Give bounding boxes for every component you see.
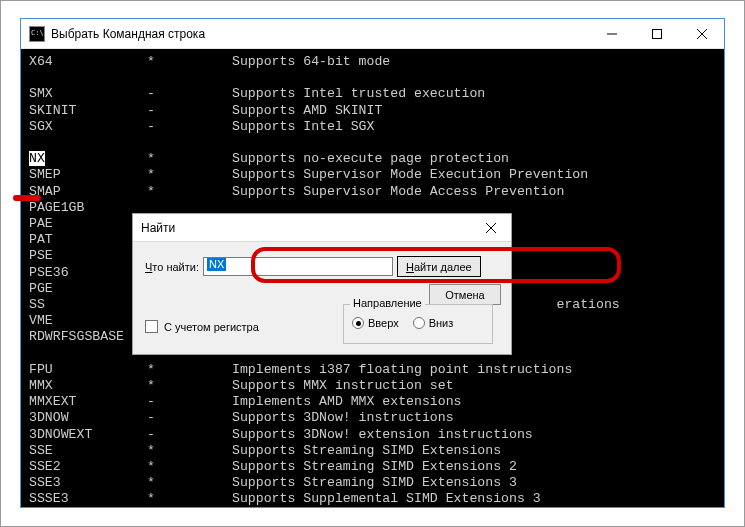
find-close-button[interactable] bbox=[471, 214, 511, 241]
console-row: SSE*Supports Streaming SIMD Extensions bbox=[29, 443, 716, 459]
console-row: NX*Supports no-execute page protection bbox=[29, 151, 716, 167]
match-case-row[interactable]: С учетом регистра bbox=[145, 320, 259, 333]
console-row: 3DNOWEXT-Supports 3DNow! extension instr… bbox=[29, 427, 716, 443]
console-row bbox=[29, 135, 716, 151]
match-case-checkbox[interactable] bbox=[145, 320, 158, 333]
console-row: SGX-Supports Intel SGX bbox=[29, 119, 716, 135]
cancel-button[interactable]: Отмена bbox=[429, 284, 501, 305]
console-row: MMXEXT-Implements AMD MMX extensions bbox=[29, 394, 716, 410]
find-dialog: Найти Что найти: NX Найти далее Отмена С… bbox=[132, 213, 512, 355]
console-row: SSE2*Supports Streaming SIMD Extensions … bbox=[29, 459, 716, 475]
match-case-label: С учетом регистра bbox=[164, 321, 259, 333]
console-row: SSE3*Supports Streaming SIMD Extensions … bbox=[29, 475, 716, 491]
close-button[interactable] bbox=[679, 19, 724, 48]
console-row: MMX*Supports MMX instruction set bbox=[29, 378, 716, 394]
console-row: SSSE3*Supports Supplemental SIMD Extensi… bbox=[29, 491, 716, 507]
console-row bbox=[29, 70, 716, 86]
maximize-button[interactable] bbox=[634, 19, 679, 48]
console-row: FPU*Implements i387 floating point instr… bbox=[29, 362, 716, 378]
window-title: Выбрать Командная строка bbox=[51, 27, 589, 41]
console-row: SKINIT-Supports AMD SKINIT bbox=[29, 103, 716, 119]
console-row: SMX-Supports Intel trusted execution bbox=[29, 86, 716, 102]
console-row: SMAP*Supports Supervisor Mode Access Pre… bbox=[29, 184, 716, 200]
radio-up[interactable] bbox=[352, 317, 364, 329]
direction-group: Направление Вверх Вниз bbox=[343, 304, 493, 344]
titlebar[interactable]: Выбрать Командная строка bbox=[21, 19, 724, 49]
cmd-icon bbox=[29, 26, 45, 42]
minimize-button[interactable] bbox=[589, 19, 634, 48]
find-input[interactable]: NX bbox=[203, 257, 393, 276]
find-title-text: Найти bbox=[141, 221, 175, 235]
direction-down[interactable]: Вниз bbox=[413, 317, 454, 329]
svg-rect-1 bbox=[652, 29, 661, 38]
find-titlebar[interactable]: Найти bbox=[133, 214, 511, 242]
find-next-button[interactable]: Найти далее bbox=[397, 256, 481, 277]
console-row: X64*Supports 64-bit mode bbox=[29, 54, 716, 70]
radio-down[interactable] bbox=[413, 317, 425, 329]
console-row: 3DNOW-Supports 3DNow! instructions bbox=[29, 410, 716, 426]
console-row: SMEP*Supports Supervisor Mode Execution … bbox=[29, 167, 716, 183]
annotation-arrow bbox=[13, 195, 41, 201]
find-what-label: Что найти: bbox=[145, 261, 199, 273]
direction-legend: Направление bbox=[350, 297, 425, 309]
direction-up[interactable]: Вверх bbox=[352, 317, 399, 329]
